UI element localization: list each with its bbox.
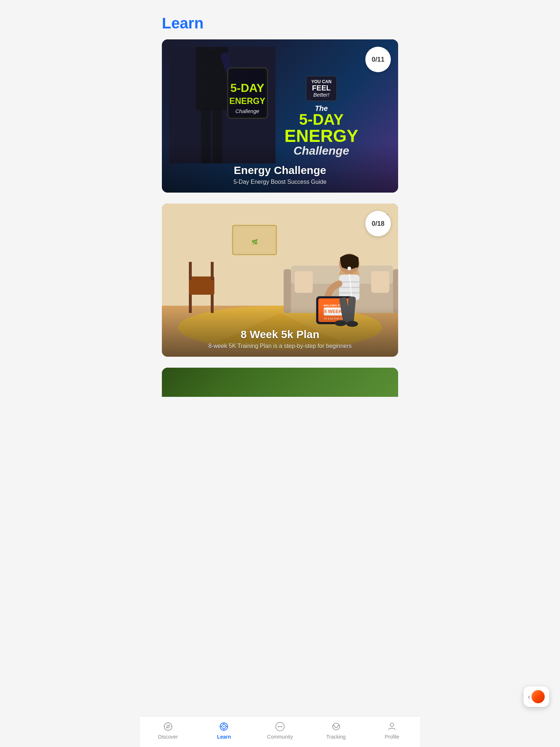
svg-rect-45	[371, 271, 389, 293]
progress-text-walking: 0/18	[372, 220, 384, 228]
course-subtitle-walking: 8-week 5K Training Plan is a step-by-ste…	[169, 343, 391, 349]
bottom-nav: Discover Learn Community	[140, 716, 420, 747]
svg-point-56	[390, 723, 394, 727]
tracking-icon	[330, 721, 342, 732]
nav-label-community: Community	[267, 734, 293, 740]
svg-rect-18	[189, 276, 214, 295]
nav-label-discover: Discover	[158, 734, 178, 740]
nav-label-tracking: Tracking	[326, 734, 346, 740]
svg-point-50	[223, 726, 225, 727]
svg-rect-20	[211, 262, 214, 280]
course-title-walking: 8 Week 5k Plan	[169, 328, 391, 341]
nav-item-tracking[interactable]: Tracking	[308, 721, 364, 740]
nav-item-profile[interactable]: Profile	[364, 721, 420, 740]
page-title: Learn	[140, 0, 420, 39]
nav-item-community[interactable]: Community	[252, 721, 308, 740]
svg-point-55	[332, 723, 339, 730]
svg-point-52	[278, 726, 279, 727]
learn-icon	[218, 721, 230, 732]
discover-icon	[162, 721, 174, 732]
course-card-partial[interactable]	[162, 368, 398, 397]
nav-label-learn: Learn	[217, 734, 231, 740]
content-area: 5-DAY ENERGY Challenge YOU CAN FEEL Bett…	[140, 39, 420, 441]
nav-item-learn[interactable]: Learn	[196, 721, 252, 740]
svg-rect-44	[295, 271, 313, 293]
community-icon	[274, 721, 286, 732]
course-card-energy[interactable]: 5-DAY ENERGY Challenge YOU CAN FEEL Bett…	[162, 39, 398, 193]
course-title-energy: Energy Challenge	[169, 164, 391, 177]
progress-badge-walking: 0/18	[365, 211, 391, 236]
course-info-walking: 8 Week 5k Plan 8-week 5K Training Plan i…	[162, 306, 398, 357]
svg-point-53	[279, 726, 281, 727]
course-info-energy: Energy Challenge 5-Day Energy Boost Succ…	[162, 142, 398, 193]
progress-text-energy: 0/11	[372, 56, 384, 63]
svg-point-46	[164, 723, 172, 731]
nav-item-discover[interactable]: Discover	[140, 721, 196, 740]
nav-label-profile: Profile	[385, 734, 399, 740]
progress-badge-energy: 0/11	[365, 47, 391, 72]
svg-point-39	[347, 267, 351, 270]
partial-card-bg	[162, 368, 398, 397]
course-subtitle-energy: 5-Day Energy Boost Success Guide	[169, 179, 391, 185]
svg-text:🌿: 🌿	[252, 239, 258, 245]
course-card-walking[interactable]: 🌿 WALKING PLAN	[162, 204, 398, 357]
svg-point-54	[281, 726, 283, 727]
profile-icon	[386, 721, 398, 732]
svg-rect-19	[189, 262, 192, 280]
